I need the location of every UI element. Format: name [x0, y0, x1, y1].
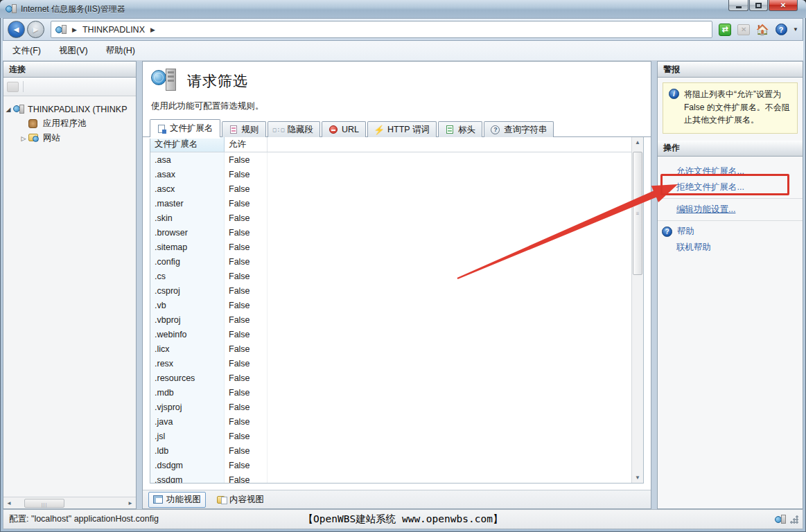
lightning-icon: ⚡	[374, 125, 384, 134]
minimize-button[interactable]	[728, 0, 748, 11]
table-row[interactable]: .resourcesFalse	[150, 371, 643, 385]
request-filtering-icon	[151, 69, 179, 94]
tree-horizontal-scrollbar[interactable]: ◄ ||| ►	[3, 497, 136, 508]
content-view-icon	[217, 496, 226, 504]
window-title: Internet 信息服务(IIS)管理器	[21, 3, 125, 15]
scroll-left-icon[interactable]: ◄	[3, 498, 15, 508]
tab-headers[interactable]: 标头	[438, 121, 482, 137]
tree-server-label[interactable]: THINKPADLINX (THINKP	[28, 105, 128, 114]
maximize-button[interactable]	[749, 0, 768, 11]
scrollbar-thumb[interactable]: |||	[24, 499, 64, 508]
file-extensions-icon	[157, 124, 166, 133]
expander-expanded-icon[interactable]: ◢	[3, 106, 13, 113]
column-header-extension[interactable]: ▲ 文件扩展名	[150, 137, 225, 152]
column-header-allowed[interactable]: 允许	[225, 137, 268, 152]
table-row[interactable]: .asaFalse	[150, 152, 643, 167]
online-help-link[interactable]: 联机帮助	[658, 240, 803, 256]
address-bar: ◄ ► ▶ THINKPADLINX ▶ ⇄ 🏠 ? ▼	[3, 18, 803, 41]
restart-icon[interactable]: ⇄	[718, 23, 732, 37]
tree-app-pools-label[interactable]: 应用程序池	[43, 118, 87, 130]
table-row[interactable]: .masterFalse	[150, 196, 643, 211]
table-row[interactable]: .configFalse	[150, 254, 643, 269]
scroll-up-icon[interactable]: ▲	[632, 137, 643, 148]
menu-file[interactable]: 文件(F)	[12, 45, 41, 57]
allow-file-extension-link[interactable]: 允许文件扩展名...	[658, 163, 803, 179]
tab-rules[interactable]: 规则	[222, 121, 266, 137]
table-row[interactable]: .dsdgmFalse	[150, 458, 643, 472]
actions-panel: 警报 i 将阻止列表中“允许”设置为 False 的文件扩展名。不会阻止其他文件…	[657, 61, 803, 509]
forward-button[interactable]: ►	[27, 21, 44, 38]
feature-view-tab[interactable]: 功能视图	[148, 492, 206, 508]
table-row[interactable]: .webinfoFalse	[150, 327, 643, 342]
actions-list: 允许文件扩展名... 拒绝文件扩展名... 编辑功能设置... ? 帮助 联机帮…	[658, 157, 803, 256]
expander-collapsed-icon[interactable]: ▷	[19, 135, 28, 142]
url-deny-icon	[328, 125, 338, 134]
breadcrumb[interactable]: ▶ THINKPADLINX ▶	[51, 21, 712, 38]
server-icon	[55, 25, 67, 35]
feature-view-icon	[153, 495, 163, 504]
table-row[interactable]: .asaxFalse	[150, 167, 643, 181]
table-row[interactable]: .csFalse	[150, 269, 643, 283]
tree-item-app-pools[interactable]: 应用程序池	[3, 116, 136, 131]
back-button[interactable]: ◄	[8, 21, 25, 38]
question-icon: ?	[491, 125, 500, 134]
help-icon[interactable]: ?	[774, 23, 788, 37]
deny-file-extension-link[interactable]: 拒绝文件扩展名...	[658, 179, 803, 195]
scroll-down-icon[interactable]: ▼	[632, 472, 643, 483]
panel-splitter[interactable]	[137, 61, 142, 509]
table-row[interactable]: .csprojFalse	[150, 283, 643, 298]
table-row[interactable]: .javaFalse	[150, 414, 643, 429]
chevron-right-icon[interactable]: ▶	[150, 26, 155, 33]
table-row[interactable]: .browserFalse	[150, 225, 643, 240]
tree-item-sites[interactable]: ▷ 网站	[3, 131, 136, 145]
server-status-icon	[775, 515, 786, 524]
tab-url[interactable]: URL	[322, 121, 366, 137]
table-row[interactable]: .ssdgmFalse	[150, 472, 643, 483]
title-bar[interactable]: Internet 信息服务(IIS)管理器 ✕	[0, 0, 806, 18]
panel-splitter[interactable]	[651, 61, 657, 509]
alert-message: 将阻止列表中“允许”设置为 False 的文件扩展名。不会阻止其他文件扩展名。	[684, 88, 791, 127]
alerts-header: 警报	[658, 62, 803, 78]
headers-icon	[445, 125, 455, 134]
menu-view[interactable]: 视图(V)	[59, 45, 88, 57]
tab-file-extensions[interactable]: 文件扩展名	[150, 119, 220, 137]
tab-http-verbs[interactable]: ⚡ HTTP 谓词	[367, 121, 437, 137]
table-row[interactable]: .vbprojFalse	[150, 312, 643, 327]
scroll-right-icon[interactable]: ►	[125, 498, 136, 508]
feature-description: 使用此功能可配置筛选规则。	[143, 95, 651, 119]
home-icon[interactable]: 🏠	[755, 23, 769, 37]
table-row[interactable]: .ldbFalse	[150, 443, 643, 458]
tab-query-strings[interactable]: ? 查询字符串	[484, 121, 554, 137]
table-row[interactable]: .licxFalse	[150, 342, 643, 356]
extensions-list: ▲ 文件扩展名 允许 .asaFalse.asaxFalse.ascxFalse…	[150, 137, 644, 484]
table-row[interactable]: .vjsprojFalse	[150, 400, 643, 414]
breadcrumb-server[interactable]: THINKPADLINX	[82, 25, 145, 35]
content-area: 连接 ◢ THINKPADLINX (THINKP 应用程序池 ▷	[3, 61, 803, 509]
help-row[interactable]: ? 帮助	[658, 224, 803, 240]
table-row[interactable]: .sitemapFalse	[150, 240, 643, 254]
view-switcher: 功能视图 内容视图	[143, 490, 651, 508]
table-row[interactable]: .resxFalse	[150, 356, 643, 371]
help-dropdown-icon[interactable]: ▼	[793, 26, 798, 33]
table-row[interactable]: .ascxFalse	[150, 181, 643, 196]
watermark-text: 【OpenWBS建站系统 www.openwbs.com】	[3, 513, 803, 526]
resize-grip[interactable]	[790, 515, 798, 524]
content-view-tab[interactable]: 内容视图	[213, 493, 268, 507]
help-link[interactable]: 帮助	[677, 226, 694, 238]
alert-message-box: i 将阻止列表中“允许”设置为 False 的文件扩展名。不会阻止其他文件扩展名…	[663, 82, 798, 134]
tab-hidden-segments[interactable]: □:□ 隐藏段	[268, 121, 321, 137]
close-button[interactable]: ✕	[769, 0, 798, 11]
table-row[interactable]: .jslFalse	[150, 429, 643, 443]
table-row[interactable]: .mdbFalse	[150, 385, 643, 400]
menu-help[interactable]: 帮助(H)	[106, 45, 135, 57]
feature-panel: 请求筛选 使用此功能可配置筛选规则。 文件扩展名 规则 □:□ 隐藏段	[142, 61, 651, 509]
sort-ascending-icon: ▲	[184, 137, 189, 142]
edit-feature-settings-link[interactable]: 编辑功能设置...	[658, 202, 803, 218]
table-row[interactable]: .vbFalse	[150, 298, 643, 312]
tree-item-server[interactable]: ◢ THINKPADLINX (THINKP	[3, 102, 136, 116]
save-connection-icon[interactable]	[7, 82, 19, 92]
tree-sites-label[interactable]: 网站	[43, 132, 60, 144]
table-row[interactable]: .skinFalse	[150, 211, 643, 225]
scrollbar-thumb[interactable]: ≡	[633, 152, 642, 275]
list-vertical-scrollbar[interactable]: ▲ ≡ ▼	[631, 137, 643, 483]
